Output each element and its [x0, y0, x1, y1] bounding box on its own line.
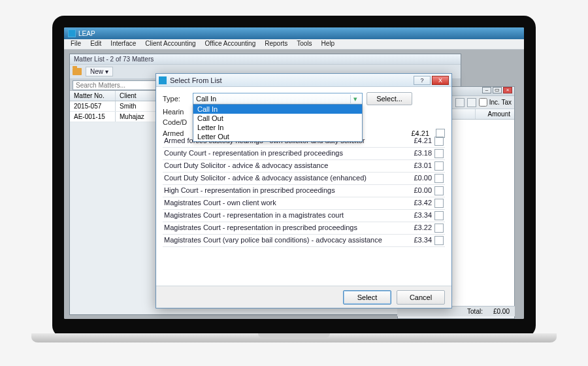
maximize-button[interactable]: ▭ [493, 87, 502, 93]
new-button[interactable]: New ▾ [86, 67, 113, 76]
list-item-checkbox[interactable] [434, 137, 444, 146]
total-label: Total: [467, 308, 483, 315]
new-button-label: New [90, 68, 103, 75]
type-combo-value: Call In [196, 95, 216, 103]
list-item-desc: Magistrates Court - representation in pr… [164, 224, 395, 233]
list-item-checkbox[interactable] [434, 174, 444, 183]
matter-list-header: Matter List - 2 of 73 Matters [70, 54, 461, 65]
folder-icon [73, 68, 82, 75]
dialog-icon [159, 76, 167, 84]
type-combo-input[interactable]: Call In ▾ [193, 93, 363, 105]
list-item-amount: £3.34 [395, 236, 432, 245]
select-button[interactable]: Select [343, 290, 391, 305]
total-value: £0.00 [493, 308, 510, 315]
type-dropdown[interactable]: Call InCall OutLetter InLetter Out [193, 104, 363, 142]
list-item[interactable]: Magistrates Court (vary police bail cond… [163, 235, 445, 247]
inc-tax-toggle[interactable]: Inc. Tax [479, 98, 512, 107]
list-item-amount: £4.21 [395, 137, 432, 146]
menu-tools[interactable]: Tools [293, 39, 316, 49]
list-item[interactable]: High Court - representation in prescribe… [163, 185, 445, 197]
dialog-titlebar[interactable]: Select From List ? X [156, 74, 451, 87]
list-item-checkbox[interactable] [434, 224, 444, 233]
list-item-checkbox[interactable] [434, 161, 444, 171]
list-item-checkbox[interactable] [434, 149, 444, 158]
code-label-partial: Code/D [163, 118, 189, 126]
menu-interface[interactable]: Interface [106, 39, 140, 49]
desktop: LEAP File Edit Interface Client Accounti… [64, 27, 524, 319]
rp-col-amount[interactable]: Amount [475, 109, 514, 119]
dropdown-item[interactable]: Call In [193, 105, 362, 114]
menu-file[interactable]: File [67, 39, 85, 49]
inc-tax-checkbox[interactable] [479, 98, 487, 107]
app-icon [68, 29, 76, 37]
list-item-amount: £0.00 [395, 174, 432, 183]
list-item-checkbox[interactable] [434, 211, 444, 220]
list-item-desc: Court Duty Solicitor - advice & advocacy… [164, 161, 395, 171]
list-item-amount: £0.00 [395, 186, 432, 195]
tool-icon-1[interactable] [455, 98, 465, 107]
list-item-amount: £3.42 [395, 199, 432, 208]
menu-client-accounting[interactable]: Client Accounting [141, 39, 199, 49]
close-button[interactable]: × [503, 87, 512, 93]
app-title: LEAP [78, 30, 95, 37]
dialog-title-text: Select From List [170, 76, 221, 84]
menu-edit[interactable]: Edit [86, 39, 105, 49]
menubar[interactable]: File Edit Interface Client Accounting Of… [64, 39, 524, 50]
dialog-help-button[interactable]: ? [414, 76, 431, 85]
dialog-body: Type: Call In ▾ Select... Hearin Code/D … [156, 87, 451, 286]
dialog-footer: Select Cancel [156, 286, 451, 308]
col-client[interactable]: Client [116, 91, 161, 101]
mdi-client-area: Matter List - 2 of 73 Matters New ▾ Matt… [64, 50, 524, 319]
list-item-checkbox[interactable] [434, 199, 444, 208]
cell-client: Smith [116, 101, 161, 111]
list-item-checkbox[interactable] [434, 186, 444, 195]
list-item-desc: Court Duty Solicitor - advice & advocacy… [164, 174, 395, 183]
list-item[interactable]: Magistrates Court - representation in a … [163, 210, 445, 222]
cancel-button[interactable]: Cancel [397, 290, 445, 305]
menu-reports[interactable]: Reports [261, 39, 291, 49]
minimize-button[interactable]: – [482, 87, 491, 93]
list-item[interactable]: Court Duty Solicitor - advice & advocacy… [163, 160, 445, 173]
col-matter-no[interactable]: Matter No. [70, 91, 116, 101]
list-item-amount: £3.22 [395, 224, 432, 233]
dropdown-item[interactable]: Letter In [193, 123, 362, 132]
cell-client: Muhajaz [116, 112, 161, 122]
inc-tax-label: Inc. Tax [489, 99, 512, 106]
list-item[interactable]: Magistrates Court - own client work£3.42 [163, 197, 445, 210]
list-item-desc: Magistrates Court - own client work [164, 199, 395, 208]
list-item-desc: Magistrates Court - representation in a … [164, 211, 395, 220]
list-item-desc: County Court - representation in prescri… [164, 149, 395, 158]
cell-matter-no: 2015-057 [70, 101, 116, 111]
list-item[interactable]: Magistrates Court - representation in pr… [163, 222, 445, 235]
hearing-label-partial: Hearin [163, 108, 189, 116]
dialog-close-button[interactable]: X [432, 76, 449, 85]
select-lookup-button[interactable]: Select... [367, 92, 412, 105]
laptop-frame: LEAP File Edit Interface Client Accounti… [52, 16, 536, 337]
laptop-base [31, 333, 557, 342]
list-item-amount: £3.34 [395, 211, 432, 220]
list-item-checkbox[interactable] [434, 236, 444, 245]
dropdown-item[interactable]: Letter Out [193, 132, 362, 141]
list-item[interactable]: County Court - representation in prescri… [163, 148, 445, 160]
cell-matter-no: AE-001-15 [70, 112, 116, 122]
list-item-amount: £3.18 [395, 149, 432, 158]
tool-icon-2[interactable] [467, 98, 476, 107]
list-item-desc: High Court - representation in prescribe… [164, 186, 395, 195]
menu-office-accounting[interactable]: Office Accounting [201, 39, 260, 49]
item-list[interactable]: Armed forces custody hearings - own soli… [163, 135, 445, 283]
list-item-amount: £3.01 [395, 161, 432, 171]
list-item[interactable]: Court Duty Solicitor - advice & advocacy… [163, 173, 445, 185]
dropdown-item[interactable]: Call Out [193, 114, 362, 123]
chevron-down-icon[interactable]: ▾ [350, 95, 359, 103]
type-label: Type: [163, 95, 189, 103]
list-item-desc: Magistrates Court (vary police bail cond… [164, 236, 395, 245]
select-from-list-dialog: Select From List ? X Type: Call In ▾ [155, 73, 452, 308]
main-titlebar: LEAP [64, 27, 524, 39]
laptop-notch [258, 333, 330, 338]
menu-help[interactable]: Help [318, 39, 339, 49]
type-combo[interactable]: Call In ▾ [193, 93, 363, 105]
